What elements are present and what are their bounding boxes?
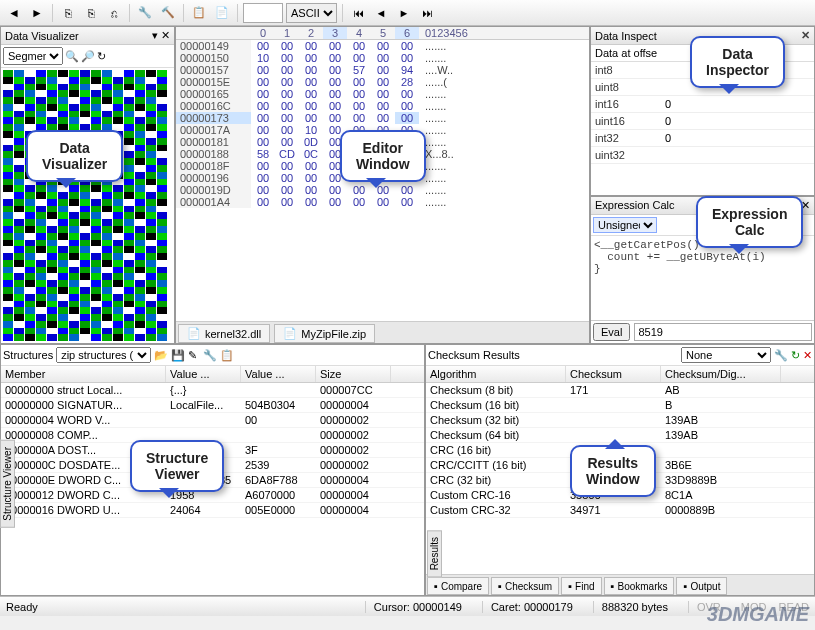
tool-btn-5[interactable]: 🔨 xyxy=(158,3,178,23)
tool-btn-4[interactable]: 🔧 xyxy=(135,3,155,23)
status-cursor: Cursor: 00000149 xyxy=(365,601,470,613)
chk-refresh-button[interactable]: ↻ xyxy=(791,349,800,362)
tool-btn-1[interactable]: ⎘ xyxy=(58,3,78,23)
di-title-label: Data Inspect xyxy=(595,30,657,42)
callout-rw: Results Window xyxy=(570,445,656,497)
callout-ed: Editor Window xyxy=(340,130,426,182)
file-tabs: 📄kernel32.dll📄MyZipFile.zip xyxy=(176,321,589,343)
tool-btn-6[interactable]: 📋 xyxy=(189,3,209,23)
expr-title-label: Expression Calc xyxy=(595,199,674,212)
table-row[interactable]: Checksum (32 bit)139AB xyxy=(426,413,814,428)
panel-controls: ▾ ✕ xyxy=(152,29,170,42)
callout-sv: Structure Viewer xyxy=(130,440,224,492)
di-close-icon[interactable]: ✕ xyxy=(801,29,810,42)
result-tab[interactable]: ▪Find xyxy=(561,577,601,595)
dv-mode-select[interactable]: Segmente xyxy=(3,47,63,65)
data-visualizer-label: Data Visualizer xyxy=(5,30,79,42)
go-prev-button[interactable]: ◄ xyxy=(371,3,391,23)
table-row[interactable]: 00000000 SIGNATUR...LocalFile...504B0304… xyxy=(1,398,424,413)
dv-refresh-button[interactable]: ↻ xyxy=(97,50,106,63)
table-row[interactable]: 00000016 DWORD U...24064005E000000000004 xyxy=(1,503,424,518)
go-first-button[interactable]: ⏮ xyxy=(348,3,368,23)
results-vtab[interactable]: Results xyxy=(427,530,442,577)
chk-title-label: Checksum Results xyxy=(428,349,520,361)
struct-tool-button[interactable]: 🔧 xyxy=(203,349,217,362)
result-tab[interactable]: ▪Bookmarks xyxy=(604,577,675,595)
status-bar: Ready Cursor: 00000149 Caret: 00000179 8… xyxy=(0,596,815,616)
structure-viewer-vtab[interactable]: Structure Viewer xyxy=(0,440,15,528)
chk-tabs: ▪Compare▪Checksum▪Find▪Bookmarks▪Output xyxy=(426,574,814,595)
chk-filter-select[interactable]: None xyxy=(681,347,771,363)
data-visualizer-title: Data Visualizer ▾ ✕ xyxy=(1,27,174,45)
watermark: 3DMGAME xyxy=(707,603,809,626)
struct-copy-button[interactable]: 📋 xyxy=(220,349,234,362)
table-row[interactable]: 00000000 struct Local...{...}000007CC xyxy=(1,383,424,398)
result-tab[interactable]: ▪Compare xyxy=(427,577,489,595)
expr-mode-select[interactable]: Unsigned xyxy=(593,217,657,233)
table-row[interactable]: Checksum (16 bit)B xyxy=(426,398,814,413)
eval-result-input[interactable] xyxy=(634,323,812,341)
callout-dv: Data Visualizer xyxy=(26,130,123,182)
eval-button[interactable]: Eval xyxy=(593,323,630,341)
table-row[interactable]: Custom CRC-32349710000889B xyxy=(426,503,814,518)
tool-btn-7[interactable]: 📄 xyxy=(212,3,232,23)
dv-zoom2-button[interactable]: 🔎 xyxy=(81,50,95,63)
toolbar-num-input[interactable] xyxy=(243,3,283,23)
file-tab[interactable]: 📄kernel32.dll xyxy=(178,324,270,343)
status-size: 888320 bytes xyxy=(593,601,676,613)
data-visualizer-panel: Data Visualizer ▾ ✕ Segmente 🔍 🔎 ↻ xyxy=(0,26,175,344)
go-next-button[interactable]: ► xyxy=(394,3,414,23)
file-tab[interactable]: 📄MyZipFile.zip xyxy=(274,324,375,343)
hex-text-header: 0123456 xyxy=(419,27,489,39)
struct-title-label: Structures xyxy=(3,349,53,361)
main-toolbar: ◄ ► ⎘ ⎘ ⎌ 🔧 🔨 📋 📄 ASCII ⏮ ◄ ► ⏭ xyxy=(0,0,815,26)
nav-back-button[interactable]: ◄ xyxy=(4,3,24,23)
struct-open-button[interactable]: 📂 xyxy=(154,349,168,362)
chk-toolbar: Checksum Results None 🔧 ↻ ✕ xyxy=(426,345,814,366)
result-tab[interactable]: ▪Output xyxy=(676,577,727,595)
go-last-button[interactable]: ⏭ xyxy=(417,3,437,23)
callout-ec: Expression Calc xyxy=(696,196,803,248)
dv-canvas[interactable] xyxy=(1,68,174,343)
chk-tool-button[interactable]: 🔧 xyxy=(774,349,788,362)
tool-btn-2[interactable]: ⎘ xyxy=(81,3,101,23)
result-tab[interactable]: ▪Checksum xyxy=(491,577,559,595)
struct-toolbar: Structures zip structures ( 📂 💾 ✎ 🔧 📋 xyxy=(1,345,424,366)
struct-profile-select[interactable]: zip structures ( xyxy=(56,347,151,363)
struct-save-button[interactable]: 💾 xyxy=(171,349,185,362)
chk-delete-button[interactable]: ✕ xyxy=(803,349,812,362)
status-caret: Caret: 00000179 xyxy=(482,601,581,613)
table-row[interactable]: 00000004 WORD V...0000000002 xyxy=(1,413,424,428)
struct-edit-button[interactable]: ✎ xyxy=(188,349,197,362)
table-row[interactable]: Checksum (8 bit)171AB xyxy=(426,383,814,398)
dv-toolbar: Segmente 🔍 🔎 ↻ xyxy=(1,45,174,68)
encoding-select[interactable]: ASCII xyxy=(286,3,337,23)
hex-header: 0123456 0123456 xyxy=(176,27,589,40)
eval-row: Eval xyxy=(591,320,814,343)
callout-di: Data Inspector xyxy=(690,36,785,88)
expr-body[interactable]: <__getCaretPos() count += __getUByteAt(i… xyxy=(591,236,814,320)
status-ready: Ready xyxy=(6,601,38,613)
tool-btn-3[interactable]: ⎌ xyxy=(104,3,124,23)
dv-zoom-button[interactable]: 🔍 xyxy=(65,50,79,63)
nav-fwd-button[interactable]: ► xyxy=(27,3,47,23)
